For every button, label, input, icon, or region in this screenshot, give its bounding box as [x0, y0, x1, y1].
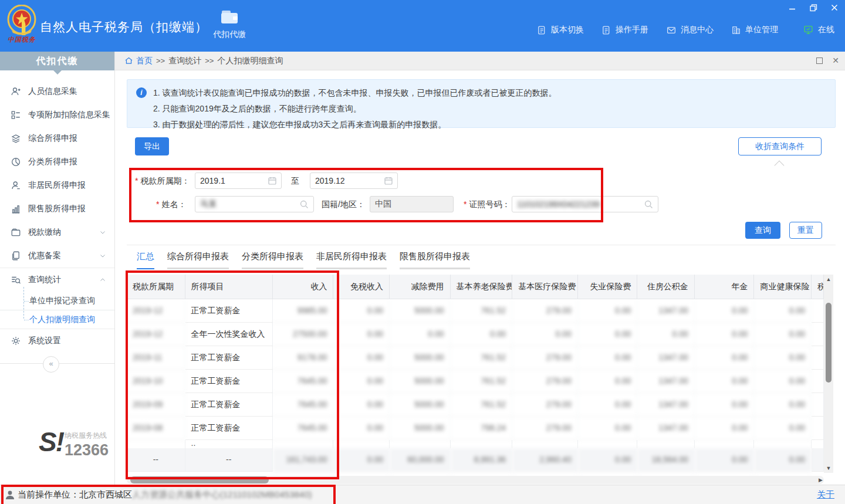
sidebar-item-label: 分类所得申报	[28, 157, 77, 167]
message-center-label: 消息中心	[681, 25, 714, 35]
sidebar-item-tax-payment[interactable]: 税款缴纳	[0, 221, 114, 244]
table-cell	[812, 323, 824, 346]
calendar-icon[interactable]	[268, 176, 277, 185]
table-cell: 18,564.00	[637, 448, 695, 472]
table-cell: 正常工资薪金	[185, 417, 273, 440]
table-row[interactable]: 2019-12正常工资薪金9985.000.005000.00761.52279…	[127, 299, 824, 323]
nationality-input: 中国	[370, 196, 454, 212]
table-row[interactable]: 2019-08正常工资薪金7645.000.005000.00798.24279…	[127, 417, 824, 440]
sidebar-item-label: 系统设置	[28, 336, 61, 346]
module-tab-daikoudaijiao[interactable]: 代扣代缴	[204, 8, 255, 40]
period-label: 税款所属期：	[135, 172, 190, 189]
sidebar-group-query-statistics: 查询统计 单位申报记录查询 个人扣缴明细查询	[0, 268, 114, 329]
about-link[interactable]: 关于	[817, 489, 834, 500]
envelope-icon	[666, 25, 677, 35]
horizontal-scroll-thumb[interactable]	[130, 476, 269, 483]
sidebar-subitem-personal-withholding-query[interactable]: 个人扣缴明细查询	[0, 310, 114, 329]
tab-restricted-shares[interactable]: 限售股所得申报表	[400, 251, 470, 269]
sidebar-item-special-deduction[interactable]: 专项附加扣除信息采集	[0, 103, 114, 127]
horizontal-scrollbar[interactable]: ▶	[127, 476, 824, 484]
sidebar-item-comprehensive-income[interactable]: 综合所得申报	[0, 127, 114, 150]
close-button[interactable]	[830, 4, 839, 12]
message-center-button[interactable]: 消息中心	[666, 25, 714, 35]
breadcrumb-item: 查询统计	[168, 56, 201, 66]
hotline-mark: S!	[39, 426, 63, 458]
manual-button[interactable]: 操作手册	[601, 25, 648, 35]
table-row-clipped: ..	[127, 440, 824, 448]
person-icon	[11, 180, 21, 191]
sidebar-item-label: 优惠备案	[28, 251, 61, 261]
notice-line-1: 1. 该查询统计表仅能查询已申报成功的数据，不包含未申报、申报失败，已申报但已作…	[153, 85, 835, 101]
breadcrumb-home-link[interactable]: 首页	[124, 56, 153, 66]
minimize-button[interactable]	[787, 4, 797, 12]
version-switch-label: 版本切换	[551, 25, 584, 35]
table-cell: 60,000.00	[390, 448, 451, 472]
export-button[interactable]: 导出	[135, 137, 169, 155]
table-cell: 0.00	[512, 323, 578, 346]
scroll-up-icon[interactable]: ▲	[824, 276, 833, 282]
chevron-down-icon	[99, 229, 106, 236]
table-cell: 0.00	[578, 346, 638, 370]
table-header-cell: 基本医疗保险费	[512, 275, 578, 299]
table-cell: 1347.00	[637, 393, 695, 417]
table-cell: 279.00	[512, 299, 578, 323]
sidebar-item-system-settings[interactable]: 系统设置	[0, 329, 114, 353]
sidebar-item-label: 非居民所得申报	[28, 180, 86, 191]
scroll-right-icon[interactable]: ▶	[819, 477, 823, 483]
reset-button[interactable]: 重置	[789, 222, 822, 239]
vertical-scrollbar[interactable]: ▲ ▼	[824, 275, 833, 473]
panel-close-icon[interactable]: ✕	[832, 57, 839, 64]
table-cell: 0.00	[695, 323, 755, 346]
search-icon[interactable]	[644, 199, 654, 209]
online-status[interactable]: 在线	[803, 25, 834, 35]
hotline-number: 12366	[65, 441, 109, 459]
table-cell: 0.00	[451, 323, 513, 346]
table-cell: 761.52	[451, 346, 513, 370]
query-button[interactable]: 查询	[745, 222, 780, 239]
sidebar-item-nonresident-income[interactable]: 非居民所得申报	[0, 174, 114, 197]
status-bar: 当前操作单位：北京市西城区人力资源公共服务中心(12110102MB045384…	[0, 485, 845, 504]
sidebar-item-restricted-shares[interactable]: 限售股所得申报	[0, 197, 114, 221]
current-unit-redacted: 人力资源公共服务中心(12110102MB0453840)	[132, 489, 312, 499]
table-cell	[812, 440, 824, 448]
vertical-scroll-thumb[interactable]	[826, 303, 832, 383]
nationality-label: 国籍/地区：	[322, 196, 365, 212]
table-row[interactable]: 2019-12全年一次性奖金收入27500.000.000.000.000.00…	[127, 323, 824, 346]
table-cell: 0.00	[754, 299, 812, 323]
sidebar-item-preferential-filing[interactable]: 优惠备案	[0, 244, 114, 268]
period-to-input[interactable]: 2019.12	[310, 172, 398, 189]
tab-classified-income[interactable]: 分类所得申报表	[242, 251, 303, 269]
search-icon[interactable]	[299, 199, 309, 209]
sidebar-item-classified-income[interactable]: 分类所得申报	[0, 150, 114, 174]
tab-summary[interactable]: 汇总	[137, 251, 154, 269]
name-input[interactable]: 马某	[195, 196, 314, 212]
unit-management-button[interactable]: 单位管理	[731, 25, 778, 35]
tab-nonresident-income[interactable]: 非居民所得申报表	[316, 251, 387, 269]
table-row[interactable]: 2019-09正常工资薪金7645.000.005000.00761.52279…	[127, 393, 824, 417]
title-bar: 中国税务 自然人电子税务局（扣缴端） 代扣代缴 版本切换	[0, 0, 845, 52]
table-row[interactable]: 2019-11正常工资薪金9178.000.005000.00761.52279…	[127, 346, 824, 370]
sidebar-item-label: 税款缴纳	[28, 227, 61, 238]
table-cell: 0.00	[333, 448, 390, 472]
collapse-query-button[interactable]: 收折查询条件	[738, 137, 822, 155]
id-number-input[interactable]: 110102199X04221239	[512, 196, 658, 212]
gear-icon	[11, 336, 21, 346]
scroll-down-icon[interactable]: ▼	[824, 465, 833, 471]
sidebar-subitem-label: 单位申报记录查询	[29, 296, 95, 306]
period-from-input[interactable]: 2019.1	[195, 172, 282, 189]
building-icon	[731, 25, 741, 35]
sidebar-subitem-unit-declaration-query[interactable]: 单位申报记录查询	[0, 292, 114, 310]
sidebar-item-personnel-info[interactable]: 人员信息采集	[0, 80, 114, 103]
sidebar-collapse-button[interactable]: «	[43, 356, 59, 373]
version-switch-button[interactable]: 版本切换	[537, 25, 584, 35]
restore-button[interactable]	[809, 4, 818, 12]
table-row[interactable]: 2019-10正常工资薪金7645.000.005000.00761.52279…	[127, 370, 824, 393]
table-cell: 279.00	[512, 346, 578, 370]
period-to-value: 2019.12	[315, 176, 345, 185]
bar-chart-icon	[11, 204, 21, 214]
sidebar-item-query-statistics[interactable]: 查询统计	[0, 268, 114, 292]
hotline-label: 纳税服务热线	[65, 431, 107, 441]
calendar-icon[interactable]	[384, 176, 393, 185]
panel-maximize-icon[interactable]	[816, 57, 823, 64]
tab-comprehensive-income[interactable]: 综合所得申报表	[167, 251, 229, 269]
